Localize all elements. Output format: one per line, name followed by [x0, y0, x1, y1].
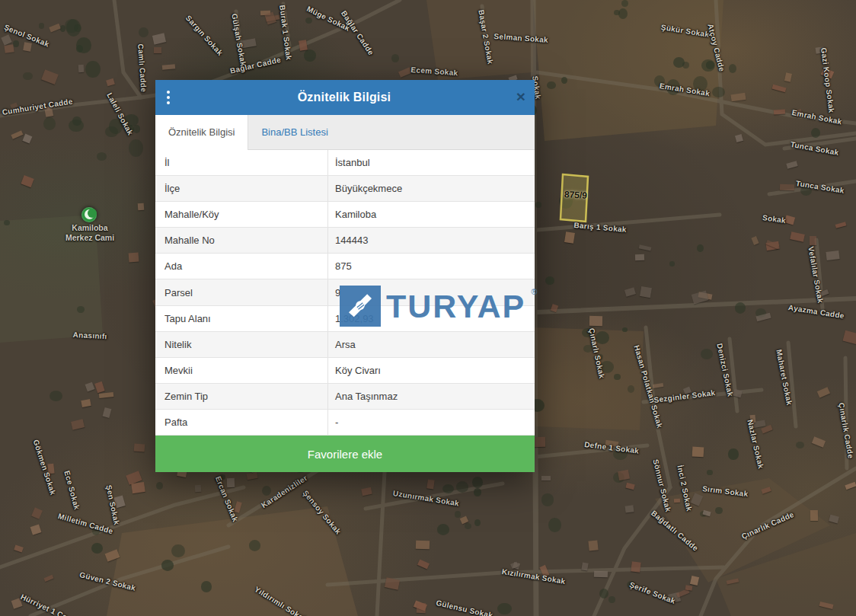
table-row: Tapu Alanı 1.302,93 — [155, 306, 535, 332]
row-label: Parsel — [155, 279, 328, 305]
row-value: Köy Civarı — [328, 358, 535, 383]
street-label: Nazlar Sokak — [746, 419, 765, 470]
street-label: Cumhuriyet Cadde — [2, 97, 73, 116]
table-row: Parsel 9 — [155, 279, 535, 305]
street-label: Ece Sokak — [62, 470, 81, 511]
row-value: Kamiloba — [328, 202, 535, 227]
street-label: Emrah Sokak — [659, 81, 711, 97]
table-row: Zemin Tip Ana Taşınmaz — [155, 384, 535, 410]
table-row: İlçe Büyükçekmece — [155, 176, 535, 202]
street-label: Milletim Cadde — [57, 512, 114, 535]
table-row: İl İstanbul — [155, 150, 535, 176]
row-value: 1.302,93 — [328, 306, 535, 331]
street-label: Şükür Sokak — [660, 23, 710, 39]
street-label: Başar 2 Sokak — [477, 9, 494, 65]
street-label: Çınarlı Sokak — [587, 327, 606, 379]
street-label: Selman Sokak — [493, 32, 548, 44]
row-value: Ana Taşınmaz — [328, 384, 535, 409]
street-label: Sırım Sokak — [702, 484, 749, 498]
row-label: Mahalle/Köy — [155, 202, 328, 227]
dialog-title: Öznitelik Bilgisi — [181, 91, 507, 104]
attribute-table: İl İstanbul İlçe Büyükçekmece Mahalle/Kö… — [155, 150, 535, 436]
street-label: Gülşah Sokak — [230, 13, 248, 67]
street-label: Şerife Sokak — [628, 580, 676, 605]
row-label: Pafta — [155, 410, 328, 435]
street-label: Gazi Koop Sokak — [819, 47, 835, 113]
street-label: Gökmen Sokak — [32, 439, 58, 496]
street-label: Sokak — [762, 213, 786, 225]
row-value: Büyükçekmece — [328, 176, 535, 201]
tab-oznitelik-bilgisi[interactable]: Öznitelik Bilgisi — [155, 115, 248, 150]
street-label: Maharet Sokak — [775, 349, 794, 406]
street-label: Hasan Polatkan Sokak — [632, 344, 664, 429]
street-label: Güven 2 Sokak — [78, 570, 136, 592]
row-label: Tapu Alanı — [155, 306, 328, 331]
street-label: Hürriyet 1 Ca — [19, 592, 69, 616]
street-label: Tunca Sokak — [790, 140, 839, 157]
dialog-header: Öznitelik Bilgisi × — [155, 80, 535, 115]
street-label: Bağlar Cadde — [340, 9, 375, 57]
street-label: Çınarlık Cadde — [837, 402, 855, 459]
street-label: Anasınıfı — [72, 330, 107, 340]
row-value: 9 — [328, 279, 535, 305]
close-icon[interactable]: × — [507, 80, 535, 115]
street-label: İnci 2 Sokak — [676, 464, 694, 512]
street-label: Vefalılar Sokak — [806, 246, 825, 304]
app-window: 875/9 Kamiloba Merkez Cami Şenol SokakCa… — [0, 0, 856, 616]
street-label: Bağdatlı Cadde — [650, 509, 700, 553]
tab-bar: Öznitelik Bilgisi Bina/BB Listesi — [155, 115, 535, 150]
street-label: Barış 1 Sokak — [573, 221, 627, 234]
table-row: Mahalle No 144443 — [155, 228, 535, 254]
row-label: İlçe — [155, 176, 328, 201]
street-label: Yıldırımlı Sokak — [253, 585, 308, 616]
street-label: Uzunırmak Sokak — [392, 489, 460, 508]
street-label: Denizci Sokak — [715, 343, 735, 397]
street-label: Defne 1 Sokak — [584, 440, 640, 455]
street-label: Sargın Sokak — [184, 14, 225, 57]
street-label: Çınarlık Cadde — [740, 510, 795, 541]
street-label: Tunca Sokak — [795, 179, 845, 195]
row-value: 144443 — [328, 228, 535, 253]
street-label: Şen Sokak — [104, 484, 121, 525]
street-label: Gülensu Sokak — [436, 598, 494, 616]
row-label: Mahalle No — [155, 228, 328, 253]
street-label: Sezginler Sokak — [653, 388, 716, 404]
row-value: 875 — [328, 254, 535, 279]
table-row: Ada 875 — [155, 254, 535, 279]
street-label: Bağlar Cadde — [229, 56, 282, 75]
table-row: Pafta - — [155, 410, 535, 436]
tab-bina-bb-listesi[interactable]: Bina/BB Listesi — [248, 115, 340, 149]
street-label: Kızılırmak Sokak — [501, 567, 566, 586]
row-label: Zemin Tip — [155, 384, 328, 409]
table-row: Mahalle/Köy Kamiloba — [155, 202, 535, 228]
row-value: Arsa — [328, 332, 535, 357]
street-label: Burak 1 Sokak — [278, 5, 293, 61]
favorilere-ekle-button[interactable]: Favorilere ekle — [155, 436, 535, 472]
row-value: İstanbul — [328, 150, 535, 175]
street-label: Laleli Sokak — [105, 91, 135, 136]
attribute-info-dialog: Öznitelik Bilgisi × Öznitelik Bilgisi Bi… — [155, 80, 535, 472]
row-label: İl — [155, 150, 328, 175]
street-label: Karadenizliler — [260, 474, 309, 509]
street-label: Camlı Cadde — [136, 43, 148, 92]
street-label: Atçoy Cadde — [706, 23, 726, 72]
street-label: Ecem Sokak — [410, 65, 458, 77]
row-label: Mevkii — [155, 358, 328, 383]
street-label: Ercan Sokak — [214, 475, 240, 523]
street-label: Şenol Sokak — [3, 23, 50, 49]
row-label: Ada — [155, 254, 328, 279]
table-row: Nitelik Arsa — [155, 332, 535, 358]
table-row: Mevkii Köy Civarı — [155, 358, 535, 384]
street-label: Şensoy Sokak — [302, 489, 343, 536]
kebab-menu-icon[interactable] — [155, 80, 181, 115]
row-label: Nitelik — [155, 332, 328, 357]
street-label: Sönnur Sokak — [651, 458, 672, 512]
street-label: Ayazma Cadde — [787, 303, 845, 320]
row-value: - — [328, 410, 535, 435]
